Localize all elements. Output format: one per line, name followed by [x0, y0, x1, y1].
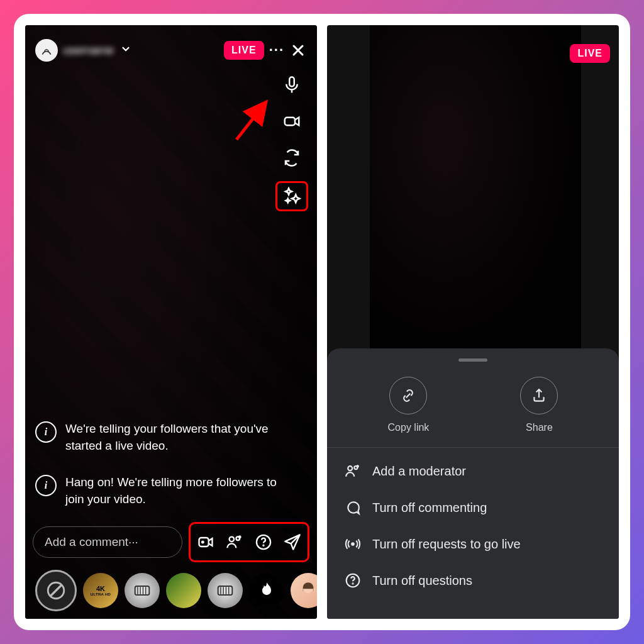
filter-gold[interactable]	[166, 573, 201, 608]
divider	[327, 447, 619, 448]
menu-item-add-moderator[interactable]: Add a moderator	[342, 453, 604, 489]
share-row: Copy link Share	[342, 377, 604, 433]
profile-username[interactable]: username	[63, 43, 114, 57]
svg-line-9	[51, 586, 62, 596]
info-icon: i	[35, 421, 57, 443]
comment-input[interactable]: Add a comment···	[33, 526, 182, 558]
share-label: Share	[526, 422, 553, 433]
svg-rect-10	[135, 586, 150, 595]
system-message: i We're telling your followers that you'…	[35, 420, 298, 455]
system-message-text: We're telling your followers that you've…	[65, 420, 298, 455]
filter-4k[interactable]: 4KULTRA HD	[83, 573, 118, 608]
svg-point-7	[263, 545, 264, 546]
filter-flame[interactable]	[249, 573, 284, 608]
copy-link-button[interactable]: Copy link	[388, 377, 430, 433]
svg-rect-11	[218, 586, 233, 595]
more-options-icon[interactable]: ···	[269, 42, 284, 58]
system-message-list: i We're telling your followers that you'…	[35, 420, 298, 508]
live-side-toolbar	[275, 74, 308, 211]
svg-rect-1	[285, 118, 295, 126]
gradient-background: username LIVE ···	[0, 0, 644, 644]
comment-bar: Add a comment···	[33, 522, 309, 562]
camera-preview-small	[370, 25, 581, 352]
live-badge: LIVE	[224, 41, 264, 60]
filter-none[interactable]	[35, 570, 77, 611]
filter-carousel[interactable]: 4KULTRA HD	[35, 570, 307, 611]
system-message-text: Hang on! We're telling more followers to…	[65, 474, 298, 508]
info-icon: i	[35, 475, 57, 496]
flip-camera-icon[interactable]	[281, 147, 303, 169]
camera-icon[interactable]	[281, 111, 303, 132]
live-stream-screen: username LIVE ···	[25, 25, 317, 619]
close-icon[interactable]	[289, 42, 307, 59]
menu-item-turn-off-questions[interactable]: Turn off questions	[342, 562, 604, 599]
link-icon	[389, 377, 427, 414]
system-message: i Hang on! We're telling more followers …	[35, 474, 298, 508]
menu-label: Turn off questions	[372, 574, 472, 588]
svg-point-15	[351, 542, 355, 546]
copy-link-label: Copy link	[388, 422, 430, 433]
microphone-icon[interactable]	[281, 74, 303, 96]
sheet-grabber[interactable]	[458, 358, 487, 362]
svg-point-17	[352, 583, 353, 584]
menu-item-turn-off-requests[interactable]: Turn off requests to go live	[342, 526, 604, 562]
share-button[interactable]: Share	[520, 377, 558, 433]
svg-point-13	[348, 466, 352, 470]
filter-silver-hd[interactable]	[125, 573, 160, 608]
upload-icon	[520, 377, 558, 414]
svg-point-4	[230, 537, 234, 541]
live-top-bar: username LIVE ···	[35, 39, 307, 62]
menu-label: Add a moderator	[372, 464, 466, 479]
add-moderator-icon[interactable]	[226, 533, 243, 551]
svg-rect-0	[289, 77, 294, 87]
svg-line-2	[236, 104, 264, 140]
menu-label: Turn off commenting	[372, 501, 487, 515]
live-options-screen: LIVE Copy link Share	[327, 25, 619, 619]
collage-card: username LIVE ···	[14, 14, 630, 630]
options-bottom-sheet: Copy link Share Add a moderator	[327, 348, 619, 619]
filter-face[interactable]	[291, 573, 317, 608]
questions-icon[interactable]	[255, 533, 272, 551]
comment-placeholder: Add a comment···	[45, 535, 138, 549]
add-video-icon[interactable]	[197, 533, 214, 551]
live-badge: LIVE	[570, 44, 610, 63]
menu-label: Turn off requests to go live	[372, 537, 521, 552]
profile-avatar[interactable]	[35, 39, 58, 62]
chevron-down-icon[interactable]	[120, 43, 131, 57]
annotation-arrow-icon	[231, 98, 272, 145]
live-action-buttons	[189, 522, 309, 562]
share-icon[interactable]	[284, 533, 301, 551]
effects-icon[interactable]	[275, 181, 308, 211]
filter-silver-hd-2[interactable]	[208, 573, 243, 608]
menu-item-turn-off-commenting[interactable]: Turn off commenting	[342, 489, 604, 526]
options-menu: Add a moderator Turn off commenting Turn…	[342, 453, 604, 599]
